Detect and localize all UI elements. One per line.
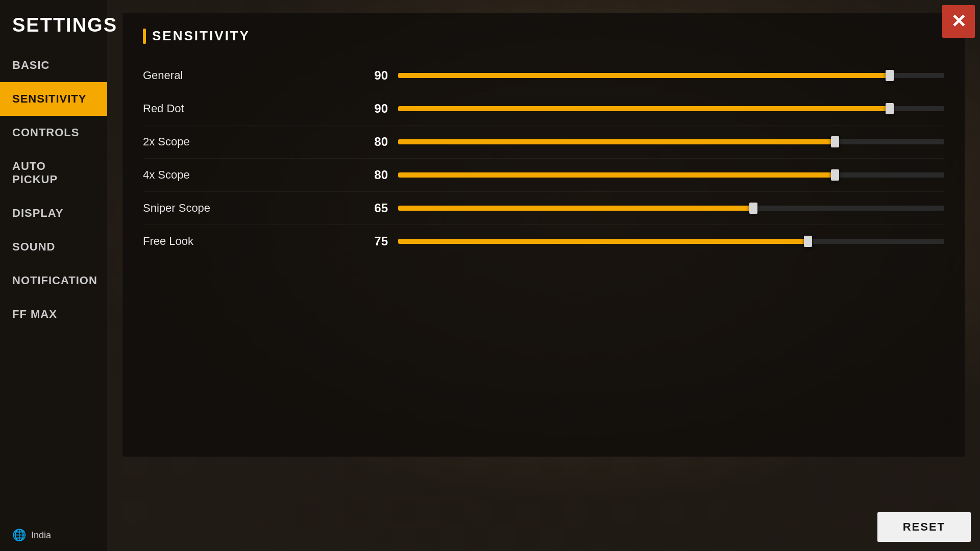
slider-thumb-sniper-scope[interactable]: [749, 203, 757, 214]
slider-row-4x-scope: 4x Scope 80: [143, 159, 944, 192]
content-panel: SENSITIVITY General 90 Red Dot 90 2x Sco…: [122, 13, 965, 457]
slider-row-2x-scope: 2x Scope 80: [143, 126, 944, 159]
sidebar-item-sound[interactable]: SOUND: [0, 230, 107, 264]
slider-label-2x-scope: 2x Scope: [143, 135, 357, 148]
slider-row-red-dot: Red Dot 90: [143, 92, 944, 126]
slider-fill-general: [398, 73, 890, 78]
sidebar-footer: 🌐 India: [0, 519, 107, 551]
slider-label-4x-scope: 4x Scope: [143, 168, 357, 182]
section-title: SENSITIVITY: [152, 28, 250, 44]
slider-label-free-look: Free Look: [143, 235, 357, 248]
sidebar: SETTINGS BASICSENSITIVITYCONTROLSAUTO PI…: [0, 0, 107, 551]
sidebar-nav: BASICSENSITIVITYCONTROLSAUTO PICKUPDISPL…: [0, 48, 107, 519]
slider-fill-2x-scope: [398, 139, 835, 144]
globe-icon: 🌐: [12, 529, 26, 542]
slider-track-red-dot[interactable]: [398, 102, 944, 116]
slider-value-2x-scope: 80: [357, 135, 388, 149]
slider-label-general: General: [143, 69, 357, 82]
slider-thumb-2x-scope[interactable]: [831, 136, 839, 147]
slider-value-red-dot: 90: [357, 102, 388, 116]
slider-track-sniper-scope[interactable]: [398, 201, 944, 215]
slider-thumb-free-look[interactable]: [804, 236, 812, 247]
app-title: SETTINGS: [0, 5, 107, 48]
slider-fill-sniper-scope: [398, 206, 753, 211]
sidebar-item-ff-max[interactable]: FF MAX: [0, 297, 107, 331]
close-button[interactable]: ✕: [942, 5, 975, 38]
region-label: India: [31, 530, 51, 541]
slider-thumb-general[interactable]: [886, 70, 894, 81]
slider-track-4x-scope[interactable]: [398, 168, 944, 182]
slider-track-general[interactable]: [398, 68, 944, 83]
slider-row-free-look: Free Look 75: [143, 225, 944, 258]
slider-value-sniper-scope: 65: [357, 201, 388, 215]
slider-fill-4x-scope: [398, 172, 835, 178]
slider-value-4x-scope: 80: [357, 168, 388, 182]
sidebar-item-notification[interactable]: NOTIFICATION: [0, 264, 107, 297]
sidebar-item-basic[interactable]: BASIC: [0, 48, 107, 82]
slider-fill-free-look: [398, 239, 808, 244]
sidebar-item-display[interactable]: DISPLAY: [0, 196, 107, 230]
slider-value-general: 90: [357, 68, 388, 83]
section-accent: [143, 29, 146, 44]
slider-label-red-dot: Red Dot: [143, 102, 357, 115]
sidebar-item-auto-pickup[interactable]: AUTO PICKUP: [0, 149, 107, 196]
slider-track-free-look[interactable]: [398, 234, 944, 248]
slider-row-general: General 90: [143, 59, 944, 92]
sliders-container: General 90 Red Dot 90 2x Scope 80: [143, 59, 944, 258]
slider-label-sniper-scope: Sniper Scope: [143, 202, 357, 215]
main-content: SENSITIVITY General 90 Red Dot 90 2x Sco…: [107, 0, 980, 551]
section-header: SENSITIVITY: [143, 28, 944, 44]
slider-row-sniper-scope: Sniper Scope 65: [143, 192, 944, 225]
slider-fill-red-dot: [398, 106, 890, 111]
sidebar-item-sensitivity[interactable]: SENSITIVITY: [0, 82, 107, 116]
close-icon: ✕: [951, 12, 966, 31]
slider-track-2x-scope[interactable]: [398, 135, 944, 149]
sidebar-item-controls[interactable]: CONTROLS: [0, 116, 107, 149]
slider-thumb-4x-scope[interactable]: [831, 169, 839, 181]
slider-thumb-red-dot[interactable]: [886, 103, 894, 114]
slider-value-free-look: 75: [357, 234, 388, 248]
